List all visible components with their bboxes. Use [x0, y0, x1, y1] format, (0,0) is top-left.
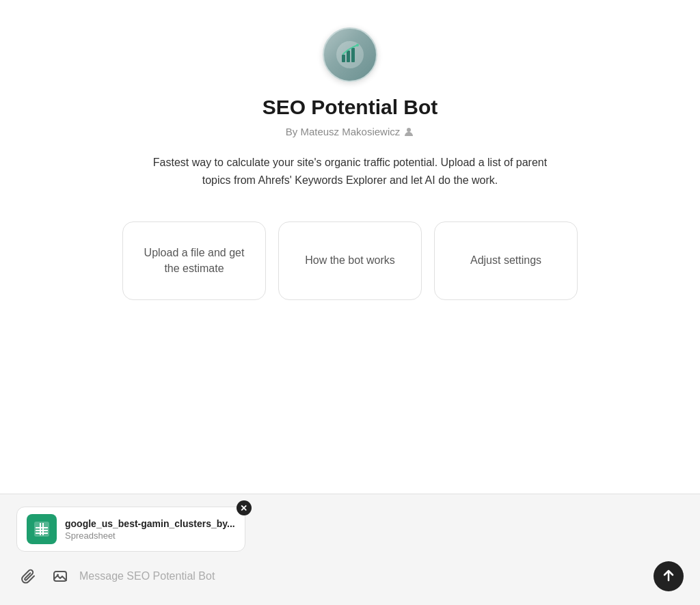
attachment-info: google_us_best-gamin_clusters_by... Spre… — [65, 518, 235, 541]
action-card-how[interactable]: How the bot works — [278, 221, 422, 300]
action-card-how-label: How the bot works — [305, 253, 395, 268]
svg-rect-1 — [342, 55, 345, 62]
action-cards: Upload a file and get the estimate How t… — [122, 221, 578, 300]
svg-rect-6 — [34, 522, 49, 537]
attachment-type: Spreadsheet — [65, 530, 235, 541]
attachment-preview: google_us_best-gamin_clusters_by... Spre… — [16, 507, 245, 552]
svg-rect-12 — [54, 572, 66, 581]
bot-avatar-icon — [335, 40, 365, 70]
action-card-settings-label: Adjust settings — [470, 253, 541, 268]
svg-rect-8 — [36, 530, 48, 531]
bot-title: SEO Potential Bot — [262, 96, 438, 119]
message-input[interactable] — [79, 567, 647, 585]
paperclip-icon — [21, 569, 36, 584]
person-icon — [403, 126, 414, 137]
svg-rect-11 — [42, 523, 44, 535]
attachment-filename: google_us_best-gamin_clusters_by... — [65, 518, 235, 529]
svg-rect-7 — [36, 527, 48, 528]
bot-avatar — [323, 27, 377, 82]
bot-author: By Mateusz Makosiewicz — [286, 126, 415, 137]
bottom-panel: google_us_best-gamin_clusters_by... Spre… — [0, 494, 700, 605]
svg-rect-2 — [347, 51, 350, 62]
left-toolbar — [16, 564, 72, 589]
svg-point-4 — [356, 44, 359, 46]
spreadsheet-svg — [33, 520, 51, 538]
author-label: By Mateusz Makosiewicz — [286, 126, 401, 137]
svg-rect-9 — [36, 533, 48, 534]
send-button[interactable] — [654, 561, 684, 591]
gallery-button[interactable] — [48, 564, 72, 589]
svg-rect-3 — [351, 48, 355, 62]
action-card-settings[interactable]: Adjust settings — [434, 221, 578, 300]
action-card-upload-label: Upload a file and get the estimate — [139, 245, 249, 276]
svg-point-5 — [407, 128, 411, 132]
bot-description: Fastest way to calculate your site's org… — [145, 154, 555, 189]
message-input-row — [16, 561, 684, 591]
action-card-upload[interactable]: Upload a file and get the estimate — [122, 221, 266, 300]
svg-rect-10 — [40, 523, 41, 535]
spreadsheet-icon — [27, 514, 57, 544]
send-icon — [662, 569, 675, 583]
attachment-close-button[interactable]: ✕ — [237, 500, 252, 515]
gallery-icon — [53, 569, 68, 584]
attach-file-button[interactable] — [16, 564, 41, 589]
